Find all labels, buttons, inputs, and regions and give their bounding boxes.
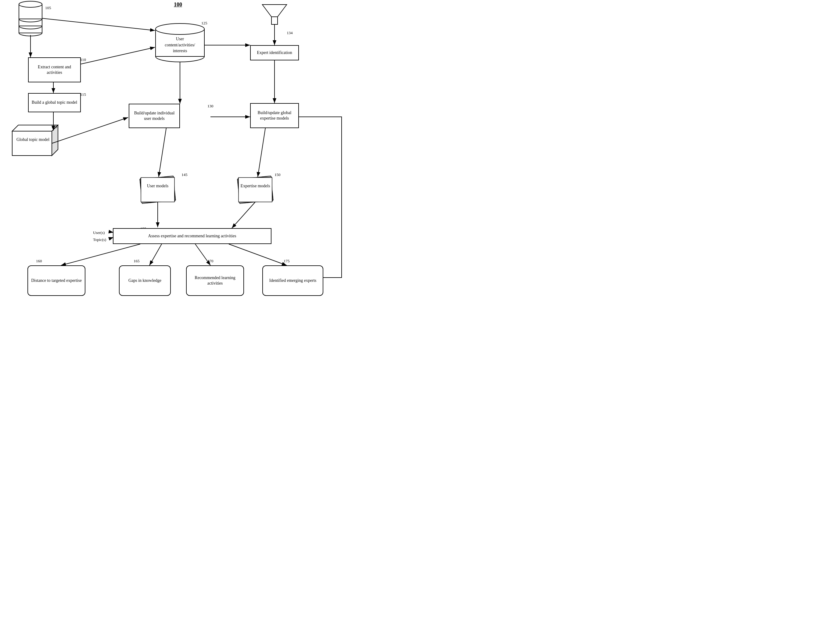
build-global-exp-box: Build/update global expertise models — [250, 103, 299, 128]
label-165: 165 — [134, 259, 140, 264]
build-individual-label: Build/update individual user models — [131, 111, 178, 121]
diagram: 100 105 110 115 120 125 130 134 135 140 … — [0, 0, 420, 322]
svg-line-42 — [229, 244, 287, 265]
build-global-topic-label: Build a global topic model — [32, 100, 77, 105]
svg-point-4 — [19, 23, 42, 29]
emerging-box: Identified emerging experts — [262, 265, 323, 296]
svg-line-27 — [81, 47, 155, 64]
svg-rect-5 — [19, 11, 42, 26]
extract-label: Extract content and activities — [31, 64, 78, 75]
assess-box: Assess expertise and recommend learning … — [113, 228, 271, 244]
svg-rect-19 — [238, 176, 273, 203]
svg-line-36 — [258, 128, 265, 177]
user-models-label: User models — [141, 183, 175, 189]
svg-line-30 — [52, 118, 128, 144]
assess-label: Assess expertise and recommend learning … — [148, 233, 237, 239]
svg-rect-8 — [19, 4, 42, 19]
global-topic-model-label: Global topic model — [15, 137, 51, 143]
svg-line-35 — [158, 128, 166, 177]
svg-rect-18 — [237, 176, 273, 204]
label-175: 175 — [284, 259, 290, 264]
label-120: 120 — [51, 124, 57, 129]
label-160: 160 — [36, 259, 42, 264]
svg-rect-15 — [140, 176, 176, 204]
svg-line-40 — [150, 244, 161, 265]
svg-line-28 — [42, 18, 155, 31]
recommended-box: Recommended learning activities — [186, 265, 244, 296]
expert-id-box: Expert identification — [250, 45, 299, 60]
build-individual-box: Build/update individual user models — [129, 104, 180, 128]
distance-box: Distance to targeted expertise — [28, 265, 85, 296]
svg-point-9 — [19, 1, 42, 7]
svg-point-6 — [19, 8, 42, 14]
svg-point-3 — [19, 15, 42, 21]
label-105: 105 — [45, 5, 51, 10]
topics-label: Topic(s) — [93, 237, 106, 242]
svg-line-38 — [232, 202, 255, 228]
label-170: 170 — [207, 259, 214, 264]
diagram-title: 100 — [174, 2, 182, 8]
label-145: 145 — [181, 172, 188, 177]
svg-rect-16 — [140, 176, 175, 203]
build-global-exp-label: Build/update global expertise models — [253, 110, 297, 121]
svg-point-14 — [155, 23, 204, 34]
label-150: 150 — [274, 172, 281, 177]
build-global-topic-box: Build a global topic model — [28, 93, 81, 112]
svg-marker-10 — [262, 5, 287, 17]
users-label: User(s) — [93, 230, 104, 235]
svg-rect-21 — [12, 131, 52, 155]
label-130: 130 — [207, 104, 214, 109]
user-content-label: User content/activities/ interests — [162, 36, 197, 54]
gaps-label: Gaps in knowledge — [129, 278, 161, 283]
svg-rect-17 — [141, 178, 175, 202]
svg-rect-11 — [271, 17, 277, 24]
expertise-models-label: Expertise models — [238, 183, 272, 189]
extract-box: Extract content and activities — [28, 57, 81, 82]
svg-rect-20 — [238, 178, 272, 202]
expert-id-label: Expert identification — [257, 50, 292, 55]
gaps-box: Gaps in knowledge — [119, 265, 171, 296]
label-110: 110 — [80, 57, 86, 62]
svg-point-1 — [19, 30, 42, 36]
emerging-label: Identified emerging experts — [269, 278, 316, 283]
label-115: 115 — [80, 92, 86, 97]
recommended-label: Recommended learning activities — [189, 275, 241, 286]
svg-rect-2 — [19, 18, 42, 33]
distance-label: Distance to targeted expertise — [31, 278, 82, 283]
svg-point-7 — [19, 16, 42, 22]
label-125: 125 — [201, 21, 207, 26]
svg-marker-23 — [52, 125, 58, 155]
svg-line-39 — [61, 244, 140, 265]
label-134: 134 — [287, 31, 293, 35]
